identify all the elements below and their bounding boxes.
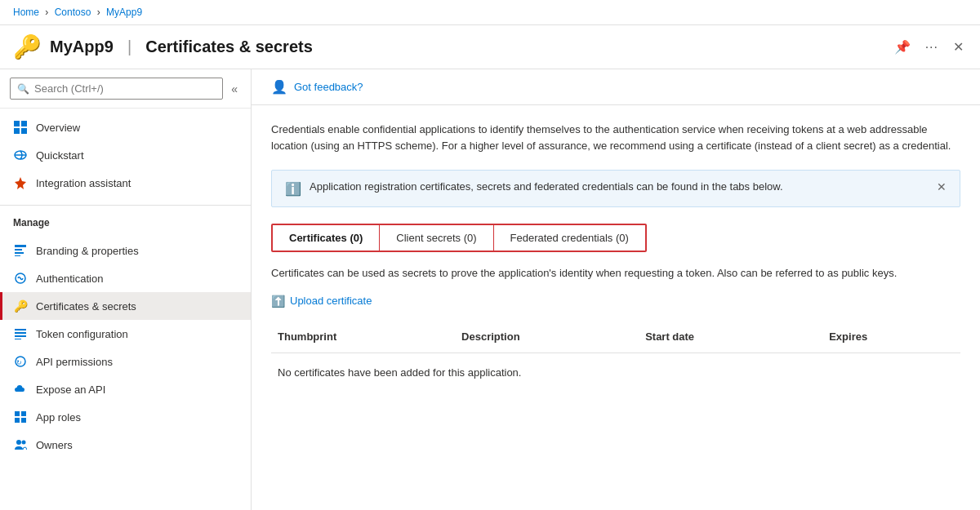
table-empty-message: No certificates have been added for this…: [271, 353, 960, 392]
header-actions: 📌 ··· ✕: [891, 36, 967, 58]
sidebar-label-integration: Integration assistant: [36, 177, 131, 189]
svg-text:↻: ↻: [16, 359, 22, 366]
tabs-container: Certificates (0) Client secrets (0) Fede…: [271, 224, 647, 252]
title-separator: |: [122, 38, 136, 55]
svg-rect-11: [15, 329, 26, 330]
sidebar-label-branding: Branding & properties: [36, 245, 139, 257]
sidebar-label-app-roles: App roles: [36, 411, 81, 424]
quickstart-icon: [13, 148, 28, 162]
token-icon: [13, 326, 28, 341]
app-name: MyApp9: [50, 38, 114, 55]
content-body: Credentials enable confidential applicat…: [252, 105, 980, 408]
col-description: Description: [455, 327, 639, 346]
breadcrumb-myapp[interactable]: MyApp9: [106, 7, 142, 18]
sidebar-item-owners[interactable]: Owners: [0, 431, 251, 459]
svg-rect-8: [15, 252, 24, 254]
overview-icon: [13, 120, 28, 135]
search-box[interactable]: 🔍: [10, 78, 223, 100]
sidebar-label-token: Token configuration: [36, 328, 128, 340]
svg-point-21: [16, 440, 21, 445]
integration-icon: [13, 175, 28, 190]
svg-rect-17: [15, 411, 20, 416]
col-expires: Expires: [822, 327, 960, 346]
api-icon: ↻: [13, 354, 28, 369]
sidebar-item-authentication[interactable]: Authentication: [0, 264, 251, 292]
col-start-date: Start date: [639, 327, 822, 346]
sidebar-label-overview: Overview: [36, 122, 80, 134]
search-input[interactable]: [34, 82, 216, 95]
tab-client-secrets[interactable]: Client secrets (0): [380, 225, 493, 251]
upload-icon: ⬆️: [271, 295, 285, 308]
collapse-button[interactable]: «: [228, 79, 241, 99]
col-thumbprint: Thumbprint: [271, 327, 455, 346]
svg-rect-7: [15, 249, 22, 251]
sidebar-item-certificates[interactable]: 🔑 Certificates & secrets: [0, 292, 251, 320]
auth-icon: [13, 271, 28, 286]
close-button[interactable]: ✕: [950, 36, 967, 58]
app-container: Home › Contoso › MyApp9 🔑 MyApp9 | Certi…: [0, 0, 980, 510]
cloud-icon: [13, 382, 28, 397]
sidebar: 🔍 « Overview: [0, 69, 252, 510]
sidebar-label-expose-api: Expose an API: [36, 384, 105, 396]
svg-rect-13: [15, 335, 26, 337]
pin-button[interactable]: 📌: [891, 36, 914, 58]
svg-rect-12: [15, 332, 26, 334]
nav-section-manage: Branding & properties Authentication 🔑: [0, 232, 251, 463]
feedback-bar: 👤 Got feedback?: [252, 69, 980, 105]
svg-rect-2: [14, 128, 20, 134]
svg-rect-9: [15, 255, 20, 256]
sidebar-label-owners: Owners: [36, 439, 73, 451]
svg-rect-6: [15, 245, 26, 247]
svg-rect-14: [15, 339, 21, 339]
upload-certificate-link[interactable]: ⬆️ Upload certificate: [271, 295, 960, 308]
sidebar-label-certificates: Certificates & secrets: [36, 300, 136, 313]
info-icon: ℹ️: [285, 181, 301, 197]
tab-federated[interactable]: Federated credentials (0): [494, 225, 645, 251]
info-banner-text: Application registration certificates, s…: [310, 180, 929, 193]
more-button[interactable]: ···: [922, 37, 942, 58]
sidebar-divider: [0, 205, 251, 206]
feedback-link[interactable]: Got feedback?: [294, 81, 363, 93]
manage-section-label: Manage: [0, 209, 251, 232]
sidebar-item-overview[interactable]: Overview: [0, 113, 251, 141]
breadcrumb-contoso[interactable]: Contoso: [55, 7, 91, 18]
key-icon: 🔑: [13, 299, 28, 313]
tab-description: Certificates can be used as secrets to p…: [271, 265, 960, 282]
sidebar-item-branding[interactable]: Branding & properties: [0, 237, 251, 264]
content-area: 👤 Got feedback? Credentials enable confi…: [252, 69, 980, 510]
description-text: Credentials enable confidential applicat…: [271, 122, 960, 153]
sidebar-label-authentication: Authentication: [36, 273, 103, 285]
main-layout: 🔍 « Overview: [0, 69, 980, 510]
certificates-table: Thumbprint Description Start date Expire…: [271, 321, 960, 392]
breadcrumb-sep-1: ›: [42, 7, 51, 18]
breadcrumb: Home › Contoso › MyApp9: [0, 0, 980, 25]
search-icon: 🔍: [17, 83, 29, 95]
sidebar-label-api-permissions: API permissions: [36, 356, 113, 368]
page-title-text: Certificates & secrets: [145, 38, 313, 55]
upload-label: Upload certificate: [290, 295, 372, 307]
sidebar-item-expose-api[interactable]: Expose an API: [0, 375, 251, 403]
svg-rect-19: [15, 418, 20, 423]
app-icon: 🔑: [13, 33, 42, 60]
svg-rect-1: [21, 121, 27, 126]
breadcrumb-sep-2: ›: [94, 7, 103, 18]
sidebar-item-integration[interactable]: Integration assistant: [0, 169, 251, 197]
svg-point-22: [22, 441, 26, 445]
svg-rect-0: [14, 121, 20, 126]
feedback-icon: 👤: [271, 79, 287, 95]
nav-section-main: Overview Quickstart: [0, 109, 251, 202]
header-title: MyApp9 | Certificates & secrets: [50, 38, 891, 56]
info-banner: ℹ️ Application registration certificates…: [271, 170, 960, 207]
approles-icon: [13, 410, 28, 424]
tab-certificates[interactable]: Certificates (0): [273, 225, 380, 251]
sidebar-item-api-permissions[interactable]: ↻ API permissions: [0, 348, 251, 375]
table-header: Thumbprint Description Start date Expire…: [271, 321, 960, 353]
sidebar-item-quickstart[interactable]: Quickstart: [0, 141, 251, 169]
owners-icon: [13, 437, 28, 452]
sidebar-item-token[interactable]: Token configuration: [0, 320, 251, 348]
sidebar-item-app-roles[interactable]: App roles: [0, 403, 251, 431]
breadcrumb-home[interactable]: Home: [13, 7, 39, 18]
banner-close-button[interactable]: ✕: [937, 180, 947, 193]
branding-icon: [13, 243, 28, 258]
svg-rect-20: [21, 418, 26, 423]
